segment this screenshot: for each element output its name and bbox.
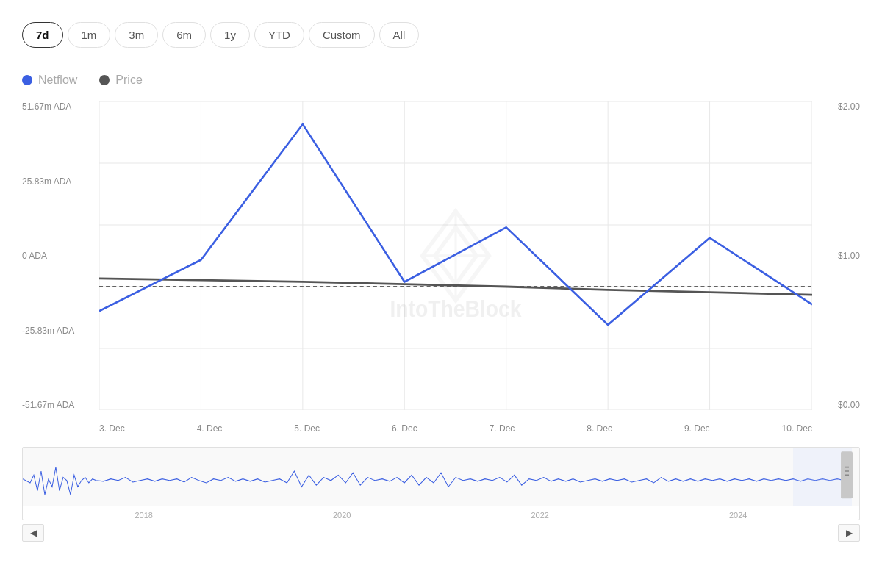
nav-left-arrow[interactable]: ◀ — [22, 524, 44, 542]
chart-legend: Netflow Price — [22, 70, 860, 90]
x-label-1: 4. Dec — [197, 423, 223, 434]
x-label-5: 8. Dec — [587, 423, 612, 434]
x-label-4: 7. Dec — [490, 423, 515, 434]
y-right-bottom: $0.00 — [838, 400, 860, 410]
filter-ytd-button[interactable]: YTD — [254, 22, 304, 48]
netflow-legend-dot — [22, 75, 32, 85]
svg-rect-20 — [23, 448, 859, 506]
x-label-2: 5. Dec — [294, 423, 320, 434]
y-right-mid: $1.00 — [838, 251, 860, 261]
x-axis: 3. Dec 4. Dec 5. Dec 6. Dec 7. Dec 8. De… — [99, 417, 812, 440]
chart-svg-container: IntoTheBlock — [99, 101, 812, 410]
x-label-6: 9. Dec — [684, 423, 710, 434]
netflow-legend-label: Netflow — [38, 74, 77, 87]
x-label-7: 10. Dec — [782, 423, 812, 434]
x-label-3: 6. Dec — [392, 423, 417, 434]
main-chart-svg: IntoTheBlock — [99, 101, 812, 410]
y-axis-right: $2.00 $1.00 $0.00 — [816, 101, 860, 410]
year-2020: 2020 — [333, 511, 351, 520]
y-label-upper: 25.83m ADA — [22, 176, 96, 187]
time-filter-bar: 7d 1m 3m 6m 1y YTD Custom All — [22, 15, 860, 55]
mini-chart-svg — [23, 448, 859, 506]
year-2022: 2022 — [531, 511, 549, 520]
x-label-0: 3. Dec — [99, 423, 125, 434]
year-2024: 2024 — [729, 511, 747, 520]
y-right-top: $2.00 — [838, 101, 860, 112]
price-legend-dot — [99, 75, 110, 85]
filter-7d-button[interactable]: 7d — [22, 22, 63, 48]
mini-year-labels: 2018 2020 2022 2024 — [23, 509, 859, 520]
chart-wrapper: 51.67m ADA 25.83m ADA 0 ADA -25.83m ADA … — [22, 101, 860, 440]
filter-all-button[interactable]: All — [379, 22, 420, 48]
y-label-top: 51.67m ADA — [22, 101, 96, 112]
year-2018: 2018 — [135, 511, 153, 520]
nav-right-arrow[interactable]: ▶ — [838, 524, 860, 542]
price-legend-item: Price — [99, 74, 142, 87]
netflow-legend-item: Netflow — [22, 74, 77, 87]
filter-custom-button[interactable]: Custom — [309, 22, 375, 48]
y-label-lower: -25.83m ADA — [22, 326, 96, 336]
main-container: 7d 1m 3m 6m 1y YTD Custom All Netflow Pr… — [0, 0, 882, 588]
chart-main: 51.67m ADA 25.83m ADA 0 ADA -25.83m ADA … — [22, 101, 860, 440]
filter-6m-button[interactable]: 6m — [162, 22, 206, 48]
mini-chart-wrapper: 2018 2020 2022 2024 — [22, 447, 860, 520]
filter-3m-button[interactable]: 3m — [115, 22, 158, 48]
filter-1m-button[interactable]: 1m — [68, 22, 111, 48]
y-axis-left: 51.67m ADA 25.83m ADA 0 ADA -25.83m ADA … — [22, 101, 96, 410]
y-label-bottom: -51.67m ADA — [22, 400, 96, 410]
y-label-zero: 0 ADA — [22, 251, 96, 261]
nav-arrows-bar: ◀ ▶ — [22, 520, 860, 545]
price-legend-label: Price — [115, 74, 142, 87]
filter-1y-button[interactable]: 1y — [210, 22, 250, 48]
svg-text:IntoTheBlock: IntoTheBlock — [390, 296, 522, 321]
